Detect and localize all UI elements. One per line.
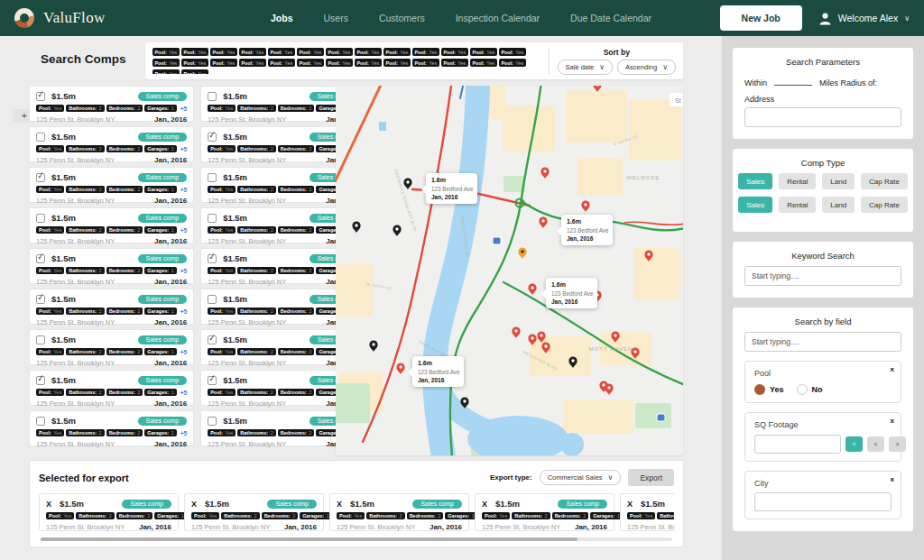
comp-card[interactable]: $1.5m Sales comp Pool: YesBathrooms: 2Be… <box>29 86 194 122</box>
filter-chip[interactable]: Pool: Yes <box>152 59 180 67</box>
new-job-button[interactable]: New Job <box>720 5 802 31</box>
comp-checkbox[interactable] <box>208 376 217 385</box>
nav-item-users[interactable]: Users <box>324 13 348 23</box>
comp-more-link[interactable]: +5 <box>180 106 187 112</box>
filter-chip[interactable]: Pool: Yes <box>470 48 497 56</box>
filter-chip[interactable]: Pool: Yes <box>355 48 382 56</box>
user-menu[interactable]: Welcome Alex ∨ <box>818 12 910 25</box>
city-input[interactable] <box>754 492 892 511</box>
comp-more-link[interactable]: +5 <box>180 146 187 152</box>
comp-card[interactable]: $1.5m Sales comp Pool: YesBathrooms: 2Be… <box>29 410 194 446</box>
export-type-dropdown[interactable]: Commercial Sales ∨ <box>540 470 622 485</box>
comp-checkbox[interactable] <box>208 254 217 263</box>
comp-checkbox[interactable] <box>208 173 217 182</box>
remove-icon[interactable]: X <box>482 500 487 509</box>
sq-footage-input[interactable] <box>754 435 841 454</box>
comp-type-sales[interactable]: Sales <box>738 197 772 213</box>
export-button[interactable]: Export <box>628 469 674 486</box>
filter-chip[interactable]: Pool: Yes <box>181 59 208 67</box>
comp-checkbox[interactable] <box>208 92 217 101</box>
filter-chip[interactable]: Pool: Yes <box>326 59 353 67</box>
filter-chip[interactable]: Pool: Yes <box>268 48 295 56</box>
filter-chip[interactable]: Pool: Yes <box>441 48 468 56</box>
export-comp-card[interactable]: X $1.5m Sales comp Pool: YesBathrooms: 2… <box>184 493 324 531</box>
filter-chip[interactable]: Pool: Yes <box>181 48 208 56</box>
comp-card[interactable]: $1.5m Sales comp Pool: YesBathrooms: 2Be… <box>29 167 194 203</box>
comp-more-link[interactable]: +5 <box>180 268 187 274</box>
comp-checkbox[interactable] <box>36 173 45 182</box>
comp-type-cap-rate[interactable]: Cap Rate <box>861 197 908 213</box>
comp-checkbox[interactable] <box>36 295 45 304</box>
sort-field-dropdown[interactable]: Sale date ∨ <box>558 60 614 75</box>
keyword-search-input[interactable] <box>744 266 901 286</box>
sqf-op-button[interactable]: = <box>845 436 863 452</box>
address-input[interactable] <box>744 107 901 127</box>
filter-chip[interactable]: Pool: Yes <box>355 59 382 67</box>
comp-type-land[interactable]: Land <box>822 197 855 213</box>
comp-checkbox[interactable] <box>208 133 217 142</box>
export-comp-card[interactable]: X $1.5m Sales comp Pool: YesBathrooms: 2… <box>329 493 469 531</box>
comp-type-sales[interactable]: Sales <box>738 173 772 189</box>
comp-more-link[interactable]: +5 <box>180 430 187 436</box>
sort-order-dropdown[interactable]: Ascending ∨ <box>617 60 676 75</box>
comp-more-link[interactable]: +5 <box>180 187 187 193</box>
filter-chip[interactable]: Pool: Yes <box>412 48 439 56</box>
filter-chip[interactable]: Pool: Yes <box>499 48 526 56</box>
comp-checkbox[interactable] <box>36 376 45 385</box>
comp-card[interactable]: $1.5m Sales comp Pool: YesBathrooms: 2Be… <box>29 289 194 325</box>
comp-more-link[interactable]: +5 <box>180 227 187 234</box>
export-comp-card[interactable]: X $1.5m Sales comp Pool: YesBathrooms: 2… <box>39 493 179 531</box>
search-by-field-input[interactable] <box>744 332 901 352</box>
filter-chip[interactable]: Pool: Yes <box>152 48 180 56</box>
map-popup[interactable]: 1.6m 123 Bedford Ave Jan, 2016 <box>561 215 613 245</box>
comp-checkbox[interactable] <box>208 295 217 304</box>
filter-chip[interactable]: Pool: Yes <box>268 59 295 67</box>
comp-type-rental[interactable]: Rental <box>779 197 816 213</box>
nav-item-jobs[interactable]: Jobs <box>271 13 293 23</box>
filter-chip[interactable]: Pool: Yes <box>499 59 526 67</box>
comp-card[interactable]: $1.5m Sales comp Pool: YesBathrooms: 2Be… <box>29 248 194 284</box>
comp-checkbox[interactable] <box>208 417 217 426</box>
comp-card[interactable]: $1.5m Sales comp Pool: YesBathrooms: 2Be… <box>29 126 194 162</box>
filter-chip[interactable]: Pool: Yes <box>210 48 237 56</box>
filter-chip[interactable]: Pool: Yes <box>297 59 324 67</box>
filter-chip[interactable]: Pool: Yes <box>152 69 180 74</box>
remove-icon[interactable]: X <box>337 500 342 509</box>
comp-more-link[interactable]: +5 <box>180 349 187 355</box>
remove-icon[interactable]: X <box>46 500 51 509</box>
pool-no-radio[interactable] <box>797 384 808 395</box>
comp-checkbox[interactable] <box>36 417 45 426</box>
pool-yes-radio[interactable] <box>754 384 765 395</box>
comp-card[interactable]: $1.5m Sales comp Pool: YesBathrooms: 2Be… <box>29 370 194 406</box>
nav-item-due-date-calendar[interactable]: Due Date Calendar <box>570 13 651 23</box>
close-icon[interactable]: x <box>891 475 894 483</box>
map-popup[interactable]: 1.6m 123 Bedford Ave Jan, 2016 <box>426 173 477 204</box>
sqf-op-button[interactable]: < <box>867 436 884 452</box>
comp-checkbox[interactable] <box>36 133 45 142</box>
radius-input[interactable] <box>774 78 812 86</box>
filter-chip[interactable]: Pool: Yes <box>412 59 439 67</box>
comp-type-rental[interactable]: Rental <box>779 173 816 189</box>
scrollbar-thumb[interactable] <box>41 537 578 541</box>
filter-chip[interactable]: Pool: Yes <box>441 59 468 67</box>
filter-chip[interactable]: Pool: Yes <box>239 59 266 67</box>
comp-checkbox[interactable] <box>36 92 45 101</box>
comp-type-cap-rate[interactable]: Cap Rate <box>861 173 908 189</box>
comp-checkbox[interactable] <box>208 335 217 344</box>
nav-item-customers[interactable]: Customers <box>379 13 425 23</box>
export-comp-card[interactable]: X $1.5m Sales comp Pool: YesBathrooms: 2… <box>475 493 614 531</box>
filter-chip[interactable]: Pool: Yes <box>297 48 324 56</box>
filter-chip[interactable]: Pool: Yes <box>383 48 411 56</box>
comp-type-land[interactable]: Land <box>822 173 855 189</box>
comp-more-link[interactable]: +5 <box>180 390 187 396</box>
filter-chip[interactable]: Pool: Yes <box>239 48 266 56</box>
map-popup[interactable]: 1.6m 123 Bedford Ave Jan, 2016 <box>546 278 597 308</box>
filter-chip[interactable]: Pool: Yes <box>210 59 237 67</box>
nav-item-inspection-calendar[interactable]: Inspection Calendar <box>456 13 540 23</box>
filter-chip[interactable]: Pool: Yes <box>470 59 497 67</box>
comp-checkbox[interactable] <box>208 214 217 223</box>
map-popup[interactable]: 1.6m 123 Bedford Ave Jan, 2016 <box>412 356 464 387</box>
close-icon[interactable]: x <box>891 365 894 373</box>
filter-chip[interactable]: Pool: Yes <box>181 69 208 74</box>
comp-more-link[interactable]: +5 <box>180 308 187 315</box>
